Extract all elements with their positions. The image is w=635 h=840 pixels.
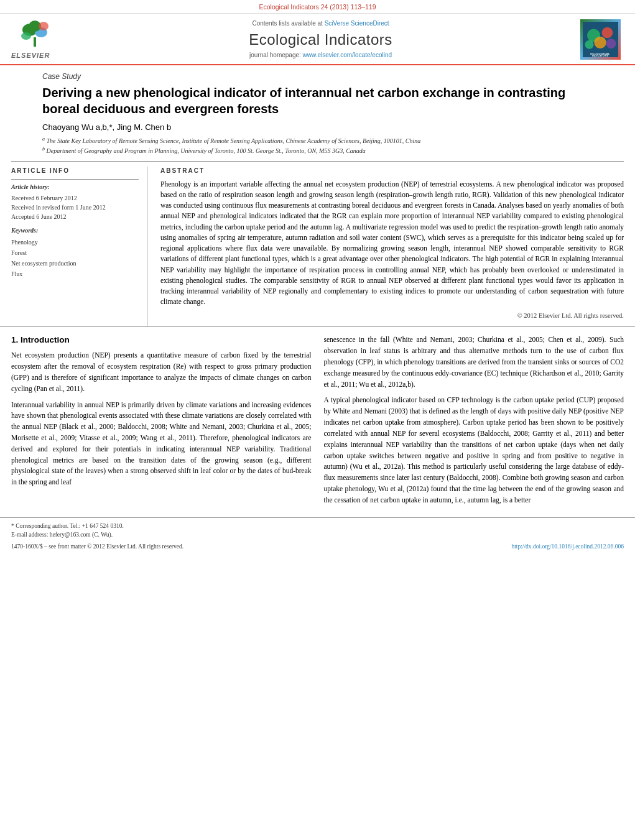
journal-homepage: journal homepage: www.elsevier.com/locat… [67, 51, 574, 60]
journal-logo-box: ECOLOGICAL INDICATORS [580, 19, 621, 60]
keywords-block: Keywords: Phenology Forest Net ecosystem… [11, 226, 139, 279]
svg-point-9 [602, 27, 613, 39]
keyword-2: Forest [11, 247, 139, 258]
intro-paragraph-4: A typical phenological indicator based o… [324, 395, 624, 505]
svg-point-12 [606, 39, 616, 48]
keyword-1: Phenology [11, 237, 139, 247]
accepted-date: Accepted 6 June 2012 [11, 212, 139, 221]
abstract-text: Phenology is an important variable affec… [160, 179, 624, 308]
body-content: 1. Introduction Net ecosystem production… [0, 327, 635, 510]
sciverse-link[interactable]: SciVerse ScienceDirect [325, 20, 389, 27]
article-info-heading: ARTICLE INFO [11, 167, 139, 175]
intro-section-title: 1. Introduction [11, 335, 312, 346]
intro-paragraph-3: senescence in the fall (White and Nemani… [324, 335, 624, 390]
article-info-abstract-section: ARTICLE INFO Article history: Received 6… [0, 162, 635, 328]
keyword-4: Flux [11, 269, 139, 279]
body-right-column: senescence in the fall (White and Nemani… [324, 335, 624, 510]
journal-reference-bar: Ecological Indicators 24 (2013) 113–119 [0, 0, 635, 14]
intro-paragraph-2: Interannual variability in annual NEP is… [11, 400, 312, 489]
elsevier-logo: ELSEVIER [11, 19, 61, 60]
svg-rect-1 [34, 37, 36, 47]
journal-ref-text: Ecological Indicators 24 (2013) 113–119 [259, 3, 376, 11]
article-info-column: ARTICLE INFO Article history: Received 6… [11, 167, 148, 327]
page-wrapper: Ecological Indicators 24 (2013) 113–119 … [0, 0, 635, 840]
copyright-line: © 2012 Elsevier Ltd. All rights reserved… [160, 312, 624, 321]
elsevier-wordmark: ELSEVIER [11, 51, 50, 60]
svg-text:INDICATORS: INDICATORS [592, 54, 609, 57]
keywords-list: Phenology Forest Net ecosystem productio… [11, 237, 139, 279]
homepage-link[interactable]: www.elsevier.com/locate/ecolind [303, 52, 392, 58]
elsevier-tree-svg [11, 19, 61, 50]
abstract-column: ABSTRACT Phenology is an important varia… [160, 167, 624, 327]
keywords-label: Keywords: [11, 226, 139, 235]
affiliations: a The State Key Laboratory of Remote Sen… [42, 136, 593, 156]
abstract-heading: ABSTRACT [160, 167, 624, 175]
history-label: Article history: [11, 183, 139, 192]
page-footer: * Corresponding author. Tel.: +1 647 524… [0, 517, 635, 555]
journal-header-center: Contents lists available at SciVerse Sci… [67, 19, 574, 60]
keyword-3: Net ecosystem production [11, 258, 139, 269]
svg-point-11 [585, 40, 594, 49]
authors-line: Chaoyang Wu a,b,*, Jing M. Chen b [42, 122, 593, 133]
journal-logo-right: ECOLOGICAL INDICATORS [580, 19, 624, 60]
authors-text: Chaoyang Wu a,b,*, Jing M. Chen b [42, 122, 171, 132]
journal-header: ELSEVIER Contents lists available at Sci… [0, 14, 635, 65]
article-category: Case Study [42, 72, 593, 82]
corresponding-author-note: * Corresponding author. Tel.: +1 647 524… [11, 522, 624, 540]
article-history-block: Article history: Received 6 February 201… [11, 179, 139, 221]
issn-text: 1470-160X/$ – see front matter © 2012 El… [11, 543, 183, 551]
svg-point-5 [39, 22, 49, 30]
received-date: Received 6 February 2012 [11, 193, 139, 203]
revised-date: Received in revised form 1 June 2012 [11, 203, 139, 212]
intro-paragraph-1: Net ecosystem production (NEP) presents … [11, 350, 312, 394]
svg-point-10 [594, 37, 606, 48]
doi-link: http://dx.doi.org/10.1016/j.ecolind.2012… [511, 543, 624, 551]
svg-point-6 [21, 32, 31, 40]
journal-title: Ecological Indicators [67, 29, 574, 50]
affiliation-b: b Department of Geography and Program in… [42, 145, 593, 155]
body-left-column: 1. Introduction Net ecosystem production… [11, 335, 312, 510]
affiliation-a: a The State Key Laboratory of Remote Sen… [42, 136, 593, 145]
footer-bottom: 1470-160X/$ – see front matter © 2012 El… [11, 543, 624, 551]
article-title: Deriving a new phenological indicator of… [42, 85, 593, 117]
article-header: Case Study Deriving a new phenological i… [11, 65, 624, 162]
sciverse-availability: Contents lists available at SciVerse Sci… [67, 19, 574, 28]
